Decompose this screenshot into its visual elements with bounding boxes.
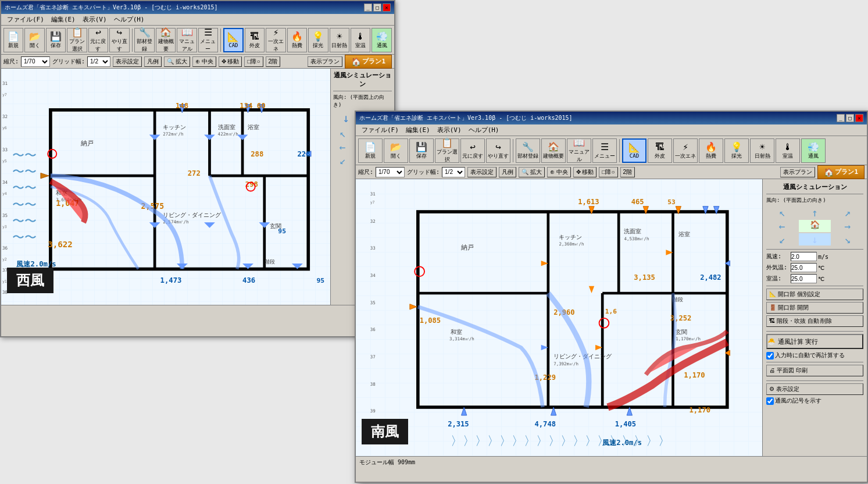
move-w2[interactable]: ✥ 移動 (573, 167, 597, 177)
menu-view-w1[interactable]: 表示(V) (79, 14, 110, 25)
new-button-w2[interactable]: 📄新規 (358, 138, 383, 163)
canvas-w1[interactable]: 27 28 29 30 31 32 33 34 35 36 37 38 39 4… (1, 69, 330, 305)
display-settings-w2[interactable]: 表示設定 (467, 167, 496, 177)
stairs-btn[interactable]: 🏗 階段・吹抜 自動 削除 (766, 315, 863, 327)
minimize-button-w2[interactable]: _ (837, 114, 845, 122)
display-plan-w1[interactable]: 表示プラン (308, 56, 342, 67)
scrollbar-h-w1[interactable] (1, 305, 394, 313)
wind-se-w2[interactable]: ↘ (832, 233, 863, 245)
menu-help-w2[interactable]: ヘルプ(H) (465, 124, 503, 136)
wind-speed-input[interactable] (791, 252, 817, 261)
outside-temp-input[interactable] (791, 263, 817, 272)
canvas-w2[interactable]: 27 28 29 30 31 32 33 34 35 36 37 38 39 4… (356, 179, 762, 456)
energy-w1[interactable]: ⚡一次エネ (266, 28, 285, 52)
wind-nw-icon[interactable]: ↖ (333, 127, 352, 140)
legend-w1[interactable]: 凡例 (144, 56, 162, 67)
wind-w-icon[interactable]: ← (333, 141, 352, 153)
ventilation-w2[interactable]: 💨通風 (801, 138, 826, 163)
menu-btn-w2[interactable]: ☰メニュー (592, 138, 617, 163)
manual-w2[interactable]: 📖マニュアル (567, 138, 591, 163)
open-button-w2[interactable]: 📂開く (384, 138, 408, 163)
svg-text:37: 37 (370, 354, 376, 360)
menu-edit-w2[interactable]: 編集(E) (402, 124, 434, 136)
opening-open-btn[interactable]: 🚪 開口部 開閉 (766, 302, 863, 314)
light-w1[interactable]: 💡採光 (308, 28, 328, 52)
zoom-in-w1[interactable]: 🔍 拡大 (164, 56, 190, 67)
grid-select-w1[interactable]: 1/2 (87, 56, 110, 67)
display-settings-w1[interactable]: 表示設定 (113, 56, 142, 67)
menu-help-w1[interactable]: ヘルプ(H) (110, 14, 148, 25)
display-settings-btn2[interactable]: ⚙ 表示設定 (766, 383, 863, 395)
center-w2[interactable]: ⊕ 中央 (547, 167, 571, 177)
svg-text:キッチン: キッチン (559, 233, 583, 240)
solarh-w2[interactable]: ☀日射熱 (750, 138, 774, 163)
building-w1[interactable]: 🏠建物概要 (156, 28, 176, 52)
close-button-w2[interactable]: ✕ (855, 114, 863, 122)
plan-tab-w1[interactable]: 🏠 プラン1 (345, 55, 392, 69)
obstacle-w1[interactable]: □障○ (244, 56, 263, 67)
plan-select-w1[interactable]: 📋プラン選択 (67, 28, 87, 52)
scale-select-w2[interactable]: 1/70 (376, 167, 405, 177)
menu-file-w1[interactable]: ファイル(F) (3, 14, 48, 25)
wind-w-w2[interactable]: ← (766, 220, 798, 232)
wind-sw-icon[interactable]: ↙ (333, 154, 352, 166)
wind-e-w2[interactable]: → (832, 220, 863, 232)
center-w1[interactable]: ⊕ 中央 (192, 56, 216, 67)
wind-sw-w2[interactable]: ↙ (766, 233, 798, 245)
zoom-in-w2[interactable]: 🔍 拡大 (519, 167, 545, 177)
ventilation-w1[interactable]: 💨通風 (372, 28, 391, 52)
wind-dir-label-w1: 風向: (平面図上の向き) (333, 94, 392, 109)
wind-nw-w2[interactable]: ↖ (766, 207, 798, 219)
undo-w1[interactable]: ↩元に戻す (88, 28, 108, 52)
cad-button-w2[interactable]: 📐CAD (622, 138, 646, 163)
redo-w2[interactable]: ↪やり直す (486, 138, 510, 163)
maximize-button-w2[interactable]: □ (846, 114, 854, 122)
redo-w1[interactable]: ↪やり直す (109, 28, 129, 52)
menu-file-w2[interactable]: ファイル(F) (358, 124, 402, 136)
scale-select-w1[interactable]: 1/70 (21, 56, 50, 67)
menu-btn-w1[interactable]: ☰メニュー (198, 28, 218, 52)
light-w2[interactable]: 💡採光 (724, 138, 749, 163)
wind-n-w2[interactable]: ↑ (799, 207, 830, 219)
obstacle-w2[interactable]: □障○ (599, 167, 617, 177)
maximize-button[interactable]: □ (373, 3, 381, 12)
room-temp-w2[interactable]: 🌡室温 (776, 138, 800, 163)
heat-w2[interactable]: 🔥熱費 (699, 138, 723, 163)
building-w2[interactable]: 🏠建物概要 (541, 138, 566, 163)
grid-select-w2[interactable]: 1/2 (442, 167, 465, 177)
open-button-w1[interactable]: 📂開く (24, 28, 44, 52)
print-plan-btn[interactable]: 🖨 平面図 印刷 (766, 365, 863, 376)
wind-s-w2[interactable]: ↓ (799, 233, 830, 245)
auto-calc-checkbox[interactable] (766, 352, 774, 360)
menu-view-w2[interactable]: 表示(V) (434, 124, 465, 136)
save-button-w2[interactable]: 💾保存 (409, 138, 434, 163)
heat-w1[interactable]: 🔥熱費 (287, 28, 307, 52)
cad-button-w1[interactable]: 📐CAD (223, 28, 244, 52)
gaihiko-w1[interactable]: 🏗外皮 (245, 28, 265, 52)
manual-w1[interactable]: 📖マニュアル (177, 28, 197, 52)
energy-w2[interactable]: ⚡一次エネ (673, 138, 698, 163)
plan-tab-w2[interactable]: 🏠 プラン1 (817, 165, 865, 179)
floor2-w1[interactable]: 2階 (266, 56, 281, 67)
calc-execute-btn[interactable]: 🐣 通風計算 実行 (766, 334, 863, 349)
plan-select-w2[interactable]: 📋プラン選択 (435, 138, 459, 163)
gaihiko-w2[interactable]: 🏗外皮 (648, 138, 672, 163)
room-temp-w1[interactable]: 🌡室温 (351, 28, 370, 52)
solarh-w1[interactable]: ☀日射熱 (330, 28, 349, 52)
wind-ne-w2[interactable]: ↗ (832, 207, 863, 219)
save-button-w1[interactable]: 💾保存 (46, 28, 66, 52)
display-plan-w2[interactable]: 表示プラン (780, 167, 815, 177)
move-w1[interactable]: ✥ 移動 (219, 56, 242, 67)
minimize-button[interactable]: _ (364, 3, 372, 12)
new-button-w1[interactable]: 📄新規 (3, 28, 23, 52)
room-temp-input[interactable] (791, 274, 817, 283)
parts-reg-w1[interactable]: 🔧部材登録 (134, 28, 154, 52)
undo-w2[interactable]: ↩元に戻す (460, 138, 485, 163)
menu-edit-w1[interactable]: 編集(E) (48, 14, 79, 25)
close-button[interactable]: ✕ (383, 3, 391, 12)
legend-w2[interactable]: 凡例 (499, 167, 516, 177)
floor2-w2[interactable]: 2階 (620, 167, 635, 177)
show-symbols-checkbox[interactable] (766, 397, 774, 405)
opening-individual-btn[interactable]: 📐 開口部 個別設定 (766, 289, 863, 300)
parts-reg-w2[interactable]: 🔧部材登録 (516, 138, 540, 163)
